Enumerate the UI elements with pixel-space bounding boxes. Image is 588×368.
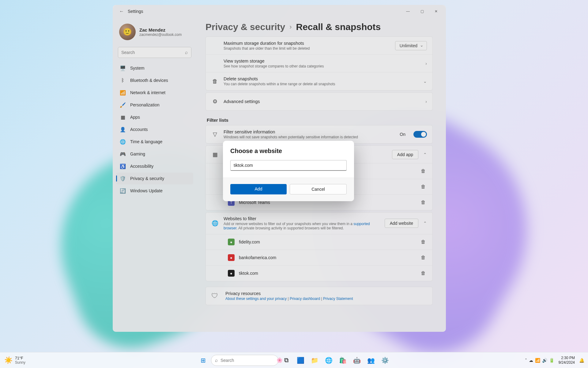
taskbar-time: 2:30 PM bbox=[559, 356, 575, 360]
weather-condition: Sunny bbox=[15, 360, 25, 365]
teams-icon[interactable]: 👥 bbox=[365, 354, 377, 366]
modal-cancel-button[interactable]: Cancel bbox=[290, 184, 347, 194]
taskbar: ☀️ 71°F Sunny ⊞ ⌕ 🌸 ⧉ 🟦 📁 🌐 🛍️ 🤖 👥 ⚙️ ˄ … bbox=[0, 352, 588, 368]
notifications-icon[interactable]: 🔔 bbox=[579, 358, 584, 363]
taskbar-weather[interactable]: ☀️ 71°F Sunny bbox=[0, 356, 25, 365]
taskbar-clock[interactable]: 2:30 PM 9/24/2024 bbox=[559, 356, 575, 365]
search-icon: ⌕ bbox=[215, 358, 218, 363]
taskbar-right: ˄ ☁ 📶 🔊 🔋 2:30 PM 9/24/2024 🔔 bbox=[525, 356, 588, 365]
store-icon[interactable]: 🛍️ bbox=[337, 354, 349, 366]
modal-add-button[interactable]: Add bbox=[230, 184, 287, 194]
task-view-icon[interactable]: ⧉ bbox=[280, 354, 292, 366]
copilot-app-icon[interactable]: 🤖 bbox=[351, 354, 363, 366]
edge-icon[interactable]: 🌐 bbox=[322, 354, 335, 366]
onedrive-icon[interactable]: ☁ bbox=[529, 358, 533, 363]
battery-icon[interactable]: 🔋 bbox=[549, 358, 554, 363]
website-url-input[interactable] bbox=[230, 160, 347, 171]
taskbar-center: ⊞ ⌕ 🌸 ⧉ 🟦 📁 🌐 🛍️ 🤖 👥 ⚙️ bbox=[197, 354, 391, 366]
explorer-icon[interactable]: 📁 bbox=[308, 354, 321, 366]
weather-temp: 71°F bbox=[15, 356, 25, 360]
taskbar-search-input[interactable] bbox=[221, 358, 274, 363]
weather-icon: ☀️ bbox=[4, 356, 13, 364]
modal-title: Choose a website bbox=[230, 148, 347, 155]
tray-chevron-icon[interactable]: ˄ bbox=[525, 358, 527, 363]
settings-icon[interactable]: ⚙️ bbox=[379, 354, 391, 366]
copilot-icon[interactable]: 🟦 bbox=[294, 354, 307, 366]
start-button[interactable]: ⊞ bbox=[197, 354, 209, 366]
choose-website-modal: Choose a website Add Cancel bbox=[223, 141, 354, 201]
volume-icon[interactable]: 🔊 bbox=[542, 358, 547, 363]
taskbar-search[interactable]: ⌕ 🌸 bbox=[211, 355, 278, 366]
taskbar-date: 9/24/2024 bbox=[559, 360, 575, 365]
wifi-icon[interactable]: 📶 bbox=[535, 358, 540, 363]
